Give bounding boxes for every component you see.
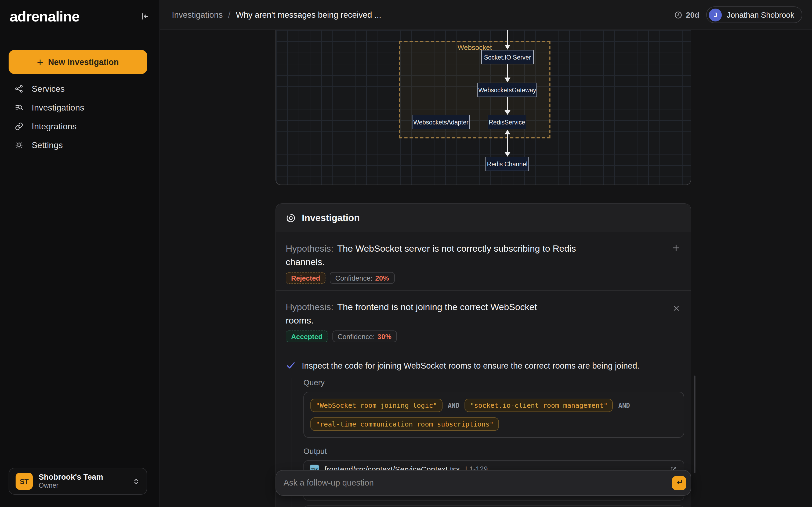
investigation-header: Investigation (276, 204, 691, 232)
query-chip: "real-time communication room subscripti… (310, 417, 499, 431)
app: adrenaline + New investigation Services (0, 0, 812, 507)
collapse-sidebar-icon (140, 11, 149, 22)
team-meta: Shobrook's Team Owner (39, 473, 126, 490)
new-investigation-button[interactable]: + New investigation (9, 50, 147, 74)
close-icon (672, 304, 681, 315)
topbar-right: 20d J Jonathan Shobrook (674, 6, 802, 23)
team-name: Shobrook's Team (39, 473, 126, 482)
hypothesis-line: The WebSocket server is not correctly su… (337, 243, 576, 254)
node-redis-service[interactable]: RedisService (488, 115, 526, 129)
link-icon (14, 122, 23, 131)
add-hypothesis-button[interactable] (670, 242, 682, 256)
hypothesis-line: channels. (286, 257, 325, 267)
sidebar-item-settings[interactable]: Settings (0, 136, 159, 155)
output-label: Output (303, 447, 663, 455)
confidence-label: Confidence: (335, 274, 372, 282)
sidebar-item-services[interactable]: Services (0, 79, 159, 98)
team-role: Owner (39, 482, 126, 490)
sidebar-item-integrations[interactable]: Integrations (0, 117, 159, 136)
status-badge: Rejected (286, 272, 325, 284)
search-list-icon (14, 103, 23, 112)
hypothesis-text: Hypothesis:The WebSocket server is not c… (286, 242, 663, 269)
node-websockets-gateway[interactable]: WebsocketsGateway (477, 82, 537, 97)
hypothesis-prefix: Hypothesis: (286, 243, 334, 254)
dismiss-hypothesis-button[interactable] (671, 302, 682, 316)
hypothesis-prefix: Hypothesis: (286, 302, 334, 312)
sidebar-item-label: Services (32, 84, 65, 94)
task-row: Inspect the code for joining WebSocket r… (286, 360, 663, 371)
collapse-sidebar-button[interactable] (139, 10, 150, 23)
user-menu[interactable]: J Jonathan Shobrook (706, 6, 802, 23)
node-websockets-adapter[interactable]: WebsocketsAdapter (412, 115, 470, 129)
sidebar-item-investigations[interactable]: Investigations (0, 98, 159, 117)
team-avatar: ST (15, 473, 33, 490)
follow-up-input[interactable] (284, 478, 672, 488)
breadcrumb-separator: / (228, 10, 231, 19)
query-chip: "WebSocket room joining logic" (310, 399, 443, 412)
query-box: "WebSocket room joining logic" AND "sock… (303, 392, 684, 438)
architecture-diagram-panel[interactable]: Websocket Socket.IO Server WebsocketsGat… (275, 30, 691, 185)
hypothesis-line: The frontend is not joining the correct … (337, 302, 537, 312)
and-operator: AND (448, 402, 459, 409)
page-title: Why aren't messages being received ... (236, 10, 381, 19)
sidebar: adrenaline + New investigation Services (0, 0, 160, 507)
query-label: Query (303, 378, 663, 387)
chevron-up-down-icon (132, 477, 140, 485)
plus-icon (671, 243, 681, 254)
hypothesis-badges: Rejected Confidence: 20% (286, 272, 663, 284)
breadcrumb: Investigations / Why aren't messages bei… (172, 10, 381, 19)
node-redis-channel[interactable]: Redis Channel (486, 157, 529, 171)
user-name: Jonathan Shobrook (727, 10, 794, 19)
check-icon (286, 360, 296, 371)
confidence-badge: Confidence: 20% (330, 272, 395, 284)
sidebar-item-label: Settings (32, 140, 63, 150)
plus-icon: + (37, 57, 43, 67)
breadcrumb-section[interactable]: Investigations (172, 10, 223, 19)
app-logo: adrenaline (10, 9, 80, 25)
age-label: 20d (686, 10, 699, 19)
enter-icon (675, 478, 683, 488)
confidence-label: Confidence: (338, 332, 375, 340)
output-file-row[interactable]: TSX frontend/src/context/IssueContext.ts… (303, 505, 684, 507)
hypothesis-card: Hypothesis:The WebSocket server is not c… (276, 232, 691, 290)
new-investigation-label: New investigation (48, 57, 119, 67)
sidebar-nav: Services Investigations Integrations Set… (0, 79, 159, 155)
team-selector[interactable]: ST Shobrook's Team Owner (9, 468, 147, 495)
sidebar-logo-row: adrenaline (0, 0, 159, 25)
investigation-panel: Investigation Hypothesis:The WebSocket s… (275, 203, 691, 507)
hypothesis-badges: Accepted Confidence: 30% (286, 331, 663, 342)
status-badge: Accepted (286, 331, 328, 342)
gear-icon (14, 140, 23, 150)
confidence-value: 30% (377, 332, 392, 340)
follow-up-composer (275, 470, 691, 496)
investigation-icon (286, 213, 296, 223)
investigation-title: Investigation (302, 212, 360, 223)
investigation-age: 20d (674, 10, 699, 19)
user-avatar: J (709, 8, 722, 21)
confidence-badge: Confidence: 30% (332, 331, 397, 342)
and-operator: AND (618, 402, 630, 409)
topbar: Investigations / Why aren't messages bei… (160, 0, 812, 30)
hypothesis-text: Hypothesis:The frontend is not joining t… (286, 300, 663, 327)
confidence-value: 20% (375, 274, 389, 282)
clock-icon (674, 10, 682, 19)
sidebar-item-label: Investigations (32, 103, 84, 112)
share-network-icon (14, 84, 23, 93)
node-socketio-server[interactable]: Socket.IO Server (481, 50, 534, 64)
sidebar-item-label: Integrations (32, 121, 77, 131)
query-chip: "socket.io-client room management" (465, 399, 613, 412)
hypothesis-line: rooms. (286, 316, 314, 326)
scrollbar[interactable] (694, 376, 696, 473)
task-text: Inspect the code for joining WebSocket r… (302, 360, 639, 371)
send-button[interactable] (672, 475, 686, 490)
